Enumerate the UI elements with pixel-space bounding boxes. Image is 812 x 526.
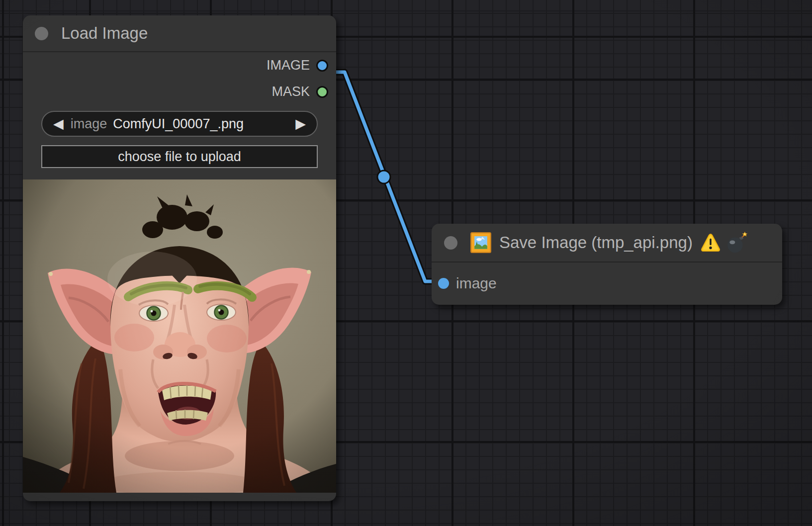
warning-icon bbox=[700, 232, 722, 253]
load-image-header[interactable]: Load Image bbox=[23, 15, 336, 51]
input-dot-image[interactable] bbox=[438, 278, 449, 289]
comfyui-canvas[interactable]: { "canvas": { "background_color": "#2323… bbox=[0, 0, 812, 526]
widget-value: ComfyUI_00007_.png bbox=[113, 116, 244, 132]
output-dot-mask[interactable] bbox=[316, 86, 328, 98]
link-midpoint-dot[interactable] bbox=[377, 171, 390, 183]
save-image-header[interactable]: Save Image (tmp_api.png) bbox=[432, 224, 782, 262]
node-load-image[interactable]: Load Image IMAGE MASK ◀ image ComfyUI_00… bbox=[23, 15, 336, 501]
node-title: Load Image bbox=[61, 24, 148, 43]
widget-name: image bbox=[71, 116, 107, 132]
preview-photo bbox=[23, 179, 336, 493]
image-preview bbox=[23, 179, 336, 493]
framed-picture-icon bbox=[470, 232, 491, 253]
collapse-dot[interactable] bbox=[444, 236, 457, 250]
bomb-icon bbox=[725, 232, 748, 254]
choose-file-button[interactable]: choose file to upload bbox=[41, 145, 318, 168]
node-title: Save Image (tmp_api.png) bbox=[499, 233, 693, 252]
collapse-dot[interactable] bbox=[35, 27, 48, 40]
prev-arrow-icon[interactable]: ◀ bbox=[53, 117, 64, 131]
next-arrow-icon[interactable]: ▶ bbox=[295, 117, 306, 131]
image-combo-widget[interactable]: ◀ image ComfyUI_00007_.png ▶ bbox=[41, 111, 318, 137]
node-save-image[interactable]: Save Image (tmp_api.png) image bbox=[432, 224, 782, 305]
input-label-image: image bbox=[456, 275, 497, 292]
output-label-mask: MASK bbox=[271, 84, 310, 99]
output-dot-image[interactable] bbox=[316, 60, 328, 72]
output-label-image: IMAGE bbox=[267, 58, 310, 73]
output-slot-image[interactable]: IMAGE bbox=[23, 52, 336, 79]
input-slot-image[interactable]: image bbox=[432, 263, 782, 304]
output-slot-mask[interactable]: MASK bbox=[23, 79, 336, 105]
